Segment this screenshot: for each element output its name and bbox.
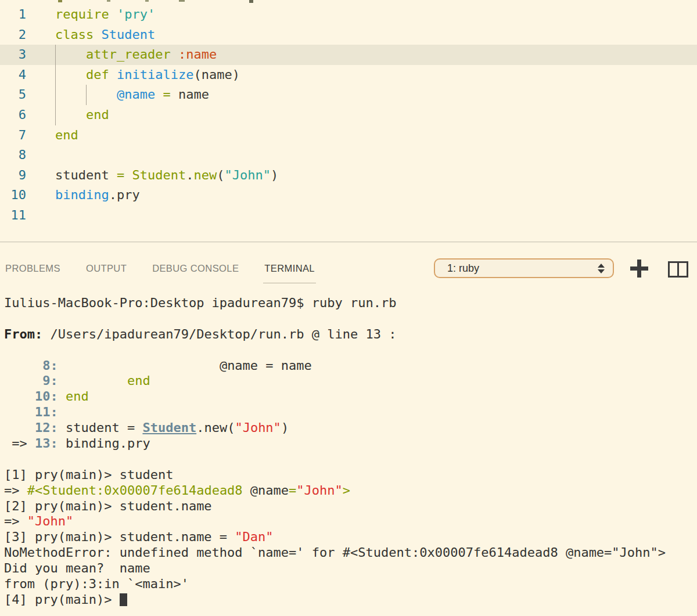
code-token: initialize <box>117 67 193 82</box>
code-token: student = <box>58 420 143 435</box>
split-terminal-button[interactable] <box>668 261 688 278</box>
indent-guide <box>55 85 56 105</box>
code-token: "John" <box>27 514 73 528</box>
terminal-line: 10: end <box>4 389 697 405</box>
code-line: 8 <box>0 145 697 165</box>
terminal-line: Iulius-MacBook-Pro:Desktop ipadurean79$ … <box>4 296 697 311</box>
code-token: .pry <box>109 188 140 202</box>
code-token: 8: <box>42 358 58 373</box>
code-token: [3] pry(main)> student.name = <box>4 529 235 544</box>
editor-lines: 1require 'pry'2class Student3 attr_reade… <box>0 5 697 226</box>
bottom-panel: PROBLEMS OUTPUT DEBUG CONSOLE TERMINAL 1… <box>0 242 697 608</box>
code-token: "John" <box>235 420 281 435</box>
code-token: 11: <box>35 405 58 419</box>
code-token <box>155 87 163 102</box>
code-token <box>4 358 42 373</box>
code-token: "Dan" <box>235 529 273 544</box>
terminal-line <box>4 343 697 358</box>
terminal-line: [4] pry(main)> <box>4 592 697 608</box>
code-line-content: def initialize(name) <box>55 65 240 85</box>
code-line: 1require 'pry' <box>0 5 697 25</box>
code-token <box>58 389 66 404</box>
code-token: "John" <box>224 168 270 182</box>
terminal-output[interactable]: Iulius-MacBook-Pro:Desktop ipadurean79$ … <box>0 284 697 608</box>
code-token: Iulius-MacBook-Pro:Desktop ipadurean79$ … <box>4 296 397 310</box>
code-token: end <box>86 107 109 122</box>
code-token: :name <box>178 47 217 62</box>
code-line-content: end <box>55 125 78 146</box>
line-number: 7 <box>0 125 26 146</box>
terminal-picker-dropdown[interactable]: 1: ruby <box>434 258 614 278</box>
terminal-cursor <box>120 593 127 606</box>
code-token: def <box>86 67 109 82</box>
code-token: end <box>127 373 150 388</box>
code-token <box>109 7 117 21</box>
terminal-line: 11: <box>4 405 697 420</box>
tab-output[interactable]: OUTPUT <box>85 263 128 283</box>
line-number: 3 <box>0 45 26 65</box>
terminal-picker-value: 1: ruby <box>447 262 479 275</box>
code-token: @name <box>117 87 155 102</box>
code-token <box>94 27 101 42</box>
code-token <box>4 420 35 435</box>
indent-guide <box>55 45 56 65</box>
code-token: Student <box>101 27 155 42</box>
code-token: [4] pry(main)> <box>4 592 120 607</box>
code-token <box>58 373 127 388</box>
tab-problems[interactable]: PROBLEMS <box>4 263 62 283</box>
clipped-line-fragment <box>179 0 185 2</box>
code-token: end <box>66 389 89 404</box>
code-line: 10binding.pry <box>0 185 697 206</box>
code-editor[interactable]: 1require 'pry'2class Student3 attr_reade… <box>0 0 697 242</box>
tab-terminal[interactable]: TERMINAL <box>263 263 316 283</box>
code-token: "John" <box>296 483 342 498</box>
terminal-line: From: /Users/ipadurean79/Desktop/run.rb … <box>4 327 697 343</box>
code-line: 4 def initialize(name) <box>0 65 697 85</box>
terminal-line: Did you mean? name <box>4 561 697 577</box>
code-token: #<Student:0x00007fe614adead8 <box>27 483 243 498</box>
code-token <box>55 107 86 122</box>
code-token: @name <box>243 483 289 498</box>
line-number: 4 <box>0 65 26 85</box>
terminal-line <box>4 452 697 467</box>
terminal-line: 9: end <box>4 373 697 389</box>
code-token: = <box>289 483 296 498</box>
code-token: = <box>117 168 124 182</box>
terminal-line: [3] pry(main)> student.name = "Dan" <box>4 529 697 545</box>
code-token: => <box>4 514 27 528</box>
new-terminal-button[interactable] <box>630 260 648 278</box>
code-token <box>171 47 178 62</box>
code-token: 13: <box>35 436 58 451</box>
code-token: (name) <box>193 67 239 82</box>
code-token: new <box>193 168 217 182</box>
code-token: ) <box>271 168 278 182</box>
clipped-line-fragment <box>58 0 62 2</box>
terminal-line: [2] pry(main)> student.name <box>4 499 697 514</box>
code-token: [2] pry(main)> student.name <box>4 499 212 513</box>
clipped-line-fragment <box>249 0 253 3</box>
clipped-line-fragment <box>145 0 149 2</box>
terminal-line: NoMethodError: undefined method `name=' … <box>4 545 697 561</box>
code-token: Student <box>132 168 186 182</box>
code-line: 6 end <box>0 105 697 125</box>
code-line: 9student = Student.new("John") <box>0 165 697 186</box>
panel-header: PROBLEMS OUTPUT DEBUG CONSOLE TERMINAL 1… <box>0 242 697 284</box>
code-token: student <box>55 168 117 182</box>
line-number: 8 <box>0 145 26 165</box>
terminal-line <box>4 311 697 327</box>
code-token: NoMethodError: undefined method `name=' … <box>4 545 666 560</box>
code-token: end <box>55 128 78 142</box>
code-token <box>4 373 42 388</box>
code-line-content: end <box>55 105 109 125</box>
line-number: 1 <box>0 5 26 25</box>
code-token <box>4 405 35 419</box>
tab-debug-console[interactable]: DEBUG CONSOLE <box>151 263 240 283</box>
indent-guide <box>55 105 56 125</box>
code-token: name <box>171 87 209 102</box>
code-token: binding <box>55 188 109 202</box>
code-line-content: student = Student.new("John") <box>55 165 278 186</box>
code-token: > <box>343 483 350 498</box>
code-token: require <box>55 7 109 21</box>
plus-icon <box>630 271 648 279</box>
code-line: 7end <box>0 125 697 146</box>
